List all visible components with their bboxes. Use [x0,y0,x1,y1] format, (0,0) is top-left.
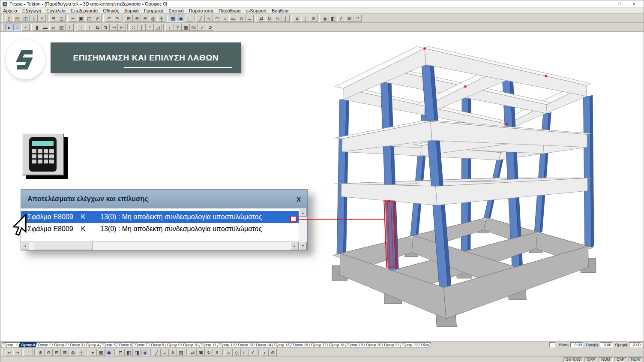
menu-item-Βοήθεια[interactable]: Βοήθεια [269,8,291,13]
maximize-button[interactable]: □ [612,2,627,6]
save-file-button[interactable]: ◫ [21,15,30,22]
column-tool-button[interactable]: ▮ [33,24,41,31]
floor-field-value[interactable]: 3.00 [600,342,613,347]
floor-tab-Όροφ.16[interactable]: Όροφ.16 [290,342,310,347]
menu-item-Επεξεργασία[interactable]: Επεξεργασία [68,8,100,13]
axes-button[interactable]: ∠ [337,15,345,22]
line-tool-button[interactable]: ╱ [153,349,161,356]
numbering-button[interactable]: № [190,24,198,31]
grid-toggle-button[interactable]: ▦ [97,349,105,356]
menu-item-Οδηγός[interactable]: Οδηγός [100,8,122,13]
array-button[interactable]: ∷ [129,24,138,31]
menu-item-e-Support[interactable]: e-Support [243,8,269,13]
menu-item-Στατικά[interactable]: Στατικά [166,8,186,13]
dialog-close-button[interactable]: X [297,196,301,203]
floor-field-value[interactable]: 0.00 [570,342,583,347]
calculator-icon[interactable] [22,133,64,175]
dialog-title-bar[interactable]: Αποτελέσματα ελέγχων και επίλυσης X [21,190,307,208]
zoom-extents-button[interactable]: ◎ [149,15,157,22]
mirror-button[interactable]: ⇋ [273,15,282,22]
print-button[interactable]: ⊟ [49,15,57,22]
extend-button[interactable]: ⊢ [118,24,126,31]
error-row-selected[interactable]: Σφάλμα E8009 K 13(0) : Μη αποδεκτή συνδε… [21,211,299,223]
line-button[interactable]: ╱ [197,15,205,22]
select-pointer-button[interactable]: ▸ [5,24,13,31]
snap-button[interactable]: ◉ [177,15,185,22]
beam-tool-button[interactable]: ▬ [41,24,49,31]
copy-button[interactable]: ▣ [77,15,85,22]
menu-item-Γραμμικά[interactable]: Γραμμικά [141,8,166,13]
floor-field-value[interactable]: 3.00 [629,342,642,347]
grid-button[interactable]: ▦ [169,15,177,22]
zoom-previous-button[interactable]: ⊠ [61,349,69,356]
floor-tab-Όροφ.21[interactable]: Όροφ.21 [382,342,402,347]
3d-model-view[interactable] [0,32,644,341]
zoom-window-button[interactable]: ⊞ [53,349,61,356]
floor-tab-Όροφ.3[interactable]: Όροφ.3 [68,342,86,347]
properties-button[interactable]: ⋮ [301,15,309,22]
rectangle-button[interactable]: ▭ [229,15,237,22]
toolbar-grip[interactable] [2,349,3,356]
offset-copy-button[interactable]: ∥ [138,24,146,31]
vertical-scroll-track[interactable] [299,217,307,242]
view-front-button[interactable]: ◧ [125,349,133,356]
info-button[interactable]: i [261,349,269,356]
zoom-in-button[interactable]: ⊕ [133,15,141,22]
error-row[interactable]: Σφάλμα E8009 K 13(0) : Μη αποδεκτή συνδε… [21,223,299,235]
layers-button[interactable]: ≡ [293,15,301,22]
floor-tab-Όροφ.8[interactable]: Όροφ.8 [148,342,166,347]
move-button[interactable]: ⇄ [257,15,265,22]
select-node-button[interactable]: • [21,24,30,31]
hatch-tool-button[interactable]: ▨ [177,349,185,356]
fillet-button[interactable]: ◜ [146,24,154,31]
horizontal-scrollbar[interactable]: ◂ ▸ [21,241,299,250]
check-model-button[interactable]: ✓ [198,24,206,31]
undo-button[interactable]: ↶ [105,15,113,22]
pan-button[interactable]: ┼ [157,15,165,22]
delete-tool-button[interactable]: ✗ [213,349,221,356]
distribute-vertical-button[interactable]: ⇅ [102,24,110,31]
toolbar-grip[interactable] [2,15,3,21]
pan-view-button[interactable]: ┼ [77,349,85,356]
trim-button[interactable]: ⊣ [110,24,118,31]
selection-filter-button[interactable]: ▾ [89,349,97,356]
e-support-mail-button[interactable]: ✉ [345,15,353,22]
scroll-down-arrow-icon[interactable]: ▾ [299,242,307,250]
distribute-horizontal-button[interactable]: ⇆ [93,24,102,31]
floor-tab-Όροφ.10[interactable]: Όροφ.10 [181,342,201,347]
floor-tab-Όροφ.11[interactable]: Όροφ.11 [199,342,219,347]
loads-button[interactable]: ↓ [165,24,174,31]
zoom-out-button[interactable]: ⊖ [45,349,53,356]
floor-tab-Όλοι[interactable]: Όλοι [418,342,431,347]
minimize-button[interactable]: ─ [598,2,612,6]
sections-button[interactable]: ◧ [329,15,337,22]
redo-button[interactable]: ↷ [113,15,121,22]
wall-tool-button[interactable]: ▥ [57,24,66,31]
dimension-tool-button[interactable]: ↔ [161,349,169,356]
export-button[interactable]: ⇧ [38,15,46,22]
scroll-up-arrow-icon[interactable]: ▴ [299,208,307,217]
floor-tab-Όροφ.12[interactable]: Όροφ.12 [217,342,237,347]
settings-button[interactable]: ⊛ [269,349,277,356]
floor-tab-Όροφ.5[interactable]: Όροφ.5 [100,342,118,347]
floor-tab-Όροφ.17[interactable]: Όροφ.17 [309,342,329,347]
tools-button[interactable]: ⊛ [309,15,318,22]
copy-tool-button[interactable]: ▣ [197,349,205,356]
floor-tab-Όροφ.6[interactable]: Όροφ.6 [116,342,134,347]
zoom-in-button[interactable]: ⊕ [36,349,45,356]
footing-tool-button[interactable]: ⊥ [66,24,74,31]
new-file-button[interactable]: ▯ [5,15,13,22]
horizontal-scroll-track[interactable] [93,241,291,250]
polyline-button[interactable]: ∿ [205,15,213,22]
menu-item-Αρχεία[interactable]: Αρχεία [0,8,20,13]
refresh-button[interactable]: ↺ [206,24,214,31]
import-button[interactable]: ⇩ [30,15,38,22]
polar-tracking-button[interactable]: ∠ [249,349,257,356]
text-button[interactable]: Α [237,15,246,22]
close-button[interactable]: ✕ [627,2,641,6]
floor-tab-Όροφ.19[interactable]: Όροφ.19 [345,342,365,347]
toolbar-grip[interactable] [2,24,3,30]
3d-view-button[interactable]: ◈ [321,15,329,22]
object-snap-button[interactable]: ◇ [233,349,241,356]
slab-tool-button[interactable]: ▱ [49,24,57,31]
